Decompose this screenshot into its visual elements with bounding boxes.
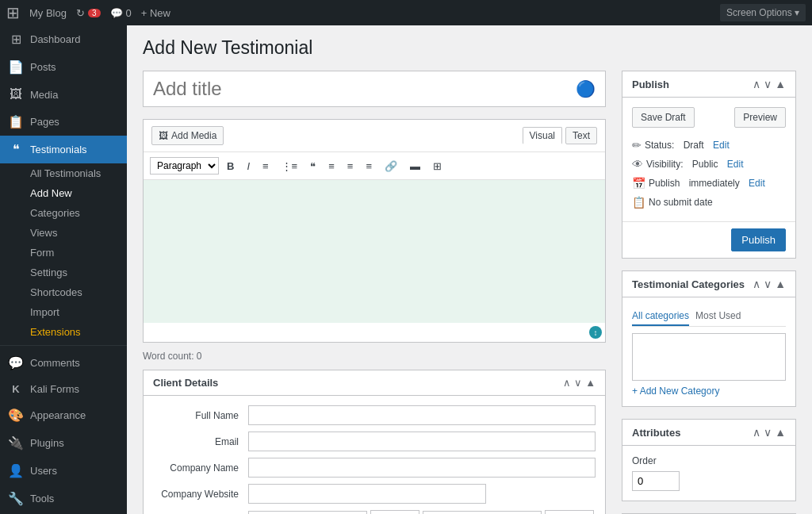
sidebar-sub-all-testimonials[interactable]: All Testimonials bbox=[0, 163, 127, 183]
title-input[interactable] bbox=[153, 78, 576, 100]
format-select[interactable]: Paragraph bbox=[150, 157, 219, 175]
cat-expand[interactable]: ▲ bbox=[775, 278, 786, 290]
full-name-input[interactable] bbox=[248, 405, 596, 425]
company-website-row: Company Website bbox=[153, 484, 596, 504]
company-website-input[interactable] bbox=[248, 484, 486, 504]
publish-collapse-down[interactable]: ∨ bbox=[764, 78, 772, 90]
ul-button[interactable]: ≡ bbox=[258, 158, 274, 175]
collapse-down-icon[interactable]: ∨ bbox=[574, 377, 582, 389]
preview-button[interactable]: Preview bbox=[734, 107, 786, 128]
bold-button[interactable]: B bbox=[222, 158, 239, 175]
email-input[interactable] bbox=[248, 432, 596, 451]
client-details-header[interactable]: Client Details ∧ ∨ ▲ bbox=[144, 370, 605, 396]
publish-button[interactable]: Publish bbox=[731, 228, 786, 251]
testimonials-icon: ❝ bbox=[8, 142, 24, 157]
order-label: Order bbox=[632, 455, 786, 466]
company-name-label: Company Name bbox=[153, 462, 248, 474]
email-label: Email bbox=[153, 436, 248, 447]
screen-options-button[interactable]: Screen Options ▾ bbox=[720, 4, 806, 21]
full-name-row: Full Name bbox=[153, 405, 596, 425]
publish-expand[interactable]: ▲ bbox=[775, 78, 786, 90]
ol-button[interactable]: ⋮≡ bbox=[277, 158, 303, 175]
order-input[interactable] bbox=[632, 471, 680, 491]
sidebar-item-posts[interactable]: 📄 Posts bbox=[0, 53, 127, 81]
publish-time-row: 📅 Publish immediately Edit bbox=[632, 174, 786, 193]
sidebar-item-dashboard[interactable]: ⊞ Dashboard bbox=[0, 25, 127, 53]
publish-collapse-up[interactable]: ∧ bbox=[753, 78, 760, 90]
rel-nofollow-input[interactable] bbox=[248, 511, 367, 514]
attr-collapse-up[interactable]: ∧ bbox=[753, 426, 760, 439]
editor-toolbar-top: 🖼 Add Media Visual Text bbox=[144, 120, 605, 152]
align-center-button[interactable]: ≡ bbox=[343, 158, 358, 175]
company-name-input[interactable] bbox=[248, 458, 596, 478]
sidebar-item-testimonials[interactable]: ❝ Testimonials bbox=[0, 136, 127, 163]
no-submit-row: 📋 No submit date bbox=[632, 193, 786, 212]
add-media-button[interactable]: 🖼 Add Media bbox=[151, 126, 224, 145]
editor-body[interactable] bbox=[144, 180, 605, 323]
most-used-tab[interactable]: Most Used bbox=[695, 307, 741, 326]
sidebar-item-pages[interactable]: 📋 Pages bbox=[0, 108, 127, 136]
wp-logo: ⊞ bbox=[6, 3, 20, 22]
sidebar-sub-views[interactable]: Views bbox=[0, 223, 127, 243]
client-details-title: Client Details bbox=[153, 377, 218, 389]
new-item-link[interactable]: + New bbox=[141, 7, 170, 19]
align-right-button[interactable]: ≡ bbox=[361, 158, 377, 175]
align-left-button[interactable]: ≡ bbox=[324, 158, 339, 175]
dashboard-icon: ⊞ bbox=[8, 32, 24, 47]
sidebar-item-tools[interactable]: 🔧 Tools bbox=[0, 485, 127, 512]
visual-text-tabs: Visual Text bbox=[523, 127, 597, 144]
horizontal-rule-button[interactable]: ▬ bbox=[405, 158, 425, 175]
sidebar-sub-settings[interactable]: Settings bbox=[0, 263, 127, 282]
publish-time-edit-link[interactable]: Edit bbox=[749, 178, 765, 189]
editor-wrap: 🖼 Add Media Visual Text Paragraph B bbox=[143, 119, 606, 343]
sidebar-item-plugins[interactable]: 🔌 Plugins bbox=[0, 429, 127, 457]
cat-collapse-down[interactable]: ∨ bbox=[764, 278, 772, 290]
sidebar-sub-add-new[interactable]: Add New bbox=[0, 183, 127, 203]
sidebar-item-media[interactable]: 🖼 Media bbox=[0, 81, 127, 108]
attr-expand[interactable]: ▲ bbox=[775, 426, 786, 439]
table-button[interactable]: ⊞ bbox=[428, 158, 446, 175]
visibility-edit-link[interactable]: Edit bbox=[727, 159, 744, 170]
rel-noopener-input[interactable] bbox=[423, 511, 542, 514]
attr-collapse-down[interactable]: ∨ bbox=[764, 426, 772, 439]
blockquote-button[interactable]: ❝ bbox=[305, 158, 320, 175]
expand-icon[interactable]: ▲ bbox=[585, 377, 596, 389]
resize-handle[interactable]: ↕ bbox=[589, 326, 602, 339]
site-name[interactable]: My Blog bbox=[29, 7, 67, 19]
link-button[interactable]: 🔗 bbox=[380, 158, 402, 175]
screen-options[interactable]: Screen Options ▾ bbox=[720, 4, 806, 21]
save-draft-button[interactable]: Save Draft bbox=[632, 107, 695, 128]
all-categories-tab[interactable]: All categories bbox=[632, 307, 689, 326]
add-new-category-link[interactable]: + Add New Category bbox=[632, 386, 719, 397]
sidebar-sub-form[interactable]: Form bbox=[0, 243, 127, 263]
italic-button[interactable]: I bbox=[242, 158, 255, 175]
main-content: Add New Testimonial 🔵 🖼 Add Media bbox=[127, 25, 812, 514]
title-edit-icon: 🔵 bbox=[576, 79, 596, 98]
rel-nofollow-select[interactable]: default bbox=[370, 510, 419, 514]
visual-tab[interactable]: Visual bbox=[523, 127, 562, 144]
meta-box-controls: ∧ ∨ ▲ bbox=[563, 377, 596, 389]
status-edit-link[interactable]: Edit bbox=[713, 140, 730, 151]
sidebar-sub-extensions[interactable]: Extensions bbox=[0, 322, 127, 342]
rel-noopener-select[interactable]: default bbox=[545, 510, 594, 514]
updates-icon[interactable]: ↻ 3 bbox=[76, 7, 101, 19]
status-icon: ✏ bbox=[632, 139, 642, 152]
editor-toolbar: Paragraph B I ≡ ⋮≡ ❝ ≡ ≡ ≡ 🔗 ▬ ⊞ bbox=[144, 152, 605, 180]
company-name-row: Company Name bbox=[153, 458, 596, 478]
sidebar-item-kali-forms[interactable]: K Kali Forms bbox=[0, 377, 127, 401]
tools-icon: 🔧 bbox=[8, 491, 24, 506]
sidebar-sub-categories[interactable]: Categories bbox=[0, 203, 127, 223]
sidebar-sub-import[interactable]: Import bbox=[0, 302, 127, 322]
cat-collapse-up[interactable]: ∧ bbox=[753, 278, 760, 290]
sidebar-sub-shortcodes[interactable]: Shortcodes bbox=[0, 282, 127, 302]
sidebar-item-comments[interactable]: 💬 Comments bbox=[0, 349, 127, 377]
text-tab[interactable]: Text bbox=[565, 127, 597, 144]
collapse-up-icon[interactable]: ∧ bbox=[563, 377, 571, 389]
comments-link[interactable]: 💬 0 bbox=[110, 7, 132, 19]
sidebar-item-users[interactable]: 👤 Users bbox=[0, 457, 127, 485]
media-icon: 🖼 bbox=[8, 87, 24, 102]
categories-panel-header: Testimonial Categories ∧ ∨ ▲ bbox=[622, 271, 795, 297]
publish-panel-footer: Publish bbox=[622, 221, 795, 258]
sidebar-item-appearance[interactable]: 🎨 Appearance bbox=[0, 401, 127, 429]
appearance-icon: 🎨 bbox=[8, 408, 24, 423]
